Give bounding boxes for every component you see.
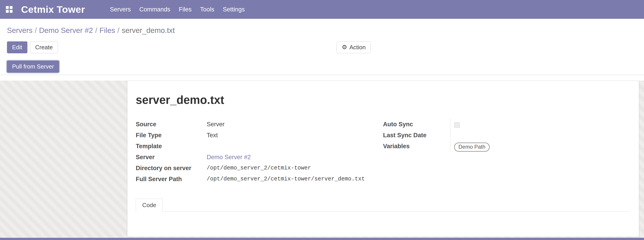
field-row-directory: Directory on server /opt/demo_server_2/c…	[136, 163, 383, 174]
field-label: Full Server Path	[136, 174, 207, 183]
control-panel: Servers/Demo Server #2/Files/server_demo…	[0, 19, 644, 75]
field-row-server: Server Demo Server #2	[136, 152, 383, 163]
create-button[interactable]: Create	[30, 41, 58, 53]
field-group: Source Server File Type Text Template Se…	[136, 119, 630, 185]
action-button[interactable]: ⚙ Action	[336, 41, 371, 53]
field-column-left: Source Server File Type Text Template Se…	[136, 119, 383, 185]
field-label: Source	[136, 119, 207, 128]
field-label: Server	[136, 152, 207, 161]
variable-tag-demo-path: Demo Path	[454, 143, 490, 152]
field-row-auto-sync: Auto Sync	[383, 119, 630, 130]
apps-grid-icon[interactable]	[6, 6, 12, 13]
breadcrumb-link-demo-server-2[interactable]: Demo Server #2	[39, 26, 93, 34]
record-title: server_demo.txt	[136, 93, 630, 107]
breadcrumb: Servers/Demo Server #2/Files/server_demo…	[0, 19, 644, 36]
field-value-file-type: Text	[207, 130, 383, 141]
field-column-right: Auto Sync Last Sync Date Variables Demo …	[383, 119, 630, 185]
breadcrumb-link-servers[interactable]: Servers	[7, 26, 32, 34]
field-value-full-path: /opt/demo_server_2/cetmix-tower/server_d…	[207, 174, 383, 185]
field-label: Auto Sync	[383, 119, 450, 128]
menu-item-tools[interactable]: Tools	[196, 0, 218, 19]
notebook-tabs: Code	[136, 199, 630, 212]
field-label: File Type	[136, 130, 207, 139]
menu-item-files[interactable]: Files	[174, 0, 196, 19]
breadcrumb-current: server_demo.txt	[122, 26, 175, 34]
menu-item-commands[interactable]: Commands	[135, 0, 174, 19]
field-value-template	[207, 141, 383, 152]
pull-from-server-button[interactable]: Pull from Server	[7, 61, 59, 73]
server-record-link[interactable]: Demo Server #2	[207, 154, 251, 160]
field-row-variables: Variables Demo Path	[383, 141, 630, 152]
field-label: Variables	[383, 141, 450, 150]
form-sheet: server_demo.txt Source Server File Type …	[127, 81, 639, 237]
toolbar: Edit Create ⚙ Action	[0, 36, 644, 56]
field-value-source: Server	[207, 119, 383, 130]
statusbar: Pull from Server	[0, 56, 644, 75]
top-navbar: Cetmix Tower Servers Commands Files Tool…	[0, 0, 644, 19]
app-window: Cetmix Tower Servers Commands Files Tool…	[0, 0, 644, 240]
code-tab-content	[136, 212, 630, 237]
main-menu: Servers Commands Files Tools Settings	[106, 0, 249, 19]
breadcrumb-separator: /	[32, 26, 39, 34]
menu-item-settings[interactable]: Settings	[218, 0, 249, 19]
field-row-file-type: File Type Text	[136, 130, 383, 141]
gear-icon: ⚙	[342, 44, 347, 51]
edit-button[interactable]: Edit	[7, 41, 28, 53]
field-value-directory: /opt/demo_server_2/cetmix-tower	[207, 163, 383, 174]
field-value-server: Demo Server #2	[207, 152, 383, 163]
field-row-full-path: Full Server Path /opt/demo_server_2/cetm…	[136, 174, 383, 185]
tab-code[interactable]: Code	[136, 199, 163, 212]
brand-title[interactable]: Cetmix Tower	[21, 4, 85, 15]
breadcrumb-separator: /	[93, 26, 100, 34]
form-view-background: server_demo.txt Source Server File Type …	[0, 81, 644, 240]
field-value-last-sync-date	[450, 130, 630, 141]
auto-sync-checkbox[interactable]	[454, 122, 460, 128]
field-row-last-sync-date: Last Sync Date	[383, 130, 630, 141]
field-label: Directory on server	[136, 163, 207, 172]
field-value-variables: Demo Path	[450, 141, 630, 152]
breadcrumb-separator: /	[115, 26, 122, 34]
menu-item-servers[interactable]: Servers	[106, 0, 135, 19]
action-button-label: Action	[350, 44, 366, 51]
breadcrumb-link-files[interactable]: Files	[100, 26, 115, 34]
bottom-accent-bar	[0, 238, 644, 240]
field-value-auto-sync	[450, 119, 630, 130]
field-label: Last Sync Date	[383, 130, 450, 139]
field-row-template: Template	[136, 141, 383, 152]
field-label: Template	[136, 141, 207, 150]
field-row-source: Source Server	[136, 119, 383, 130]
